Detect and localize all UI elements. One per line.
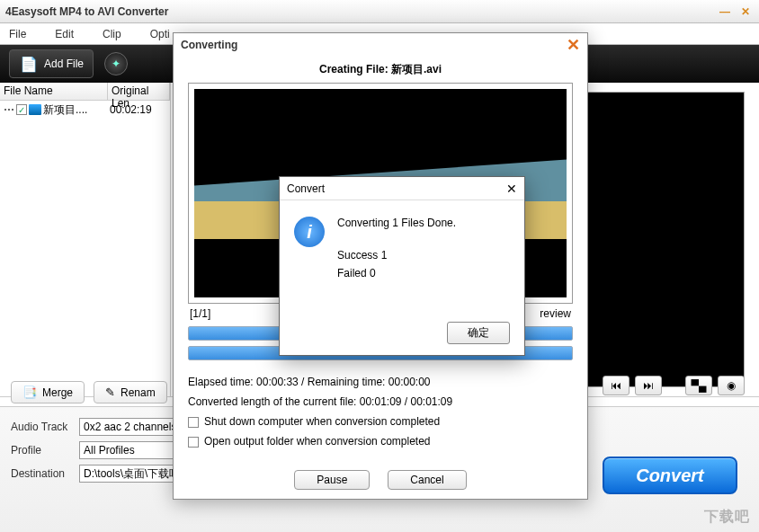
file-icon: [29, 104, 41, 115]
audio-track-label: Audio Track: [11, 421, 74, 433]
add-file-button[interactable]: 📄 Add File: [9, 49, 94, 78]
row-filename: 新项目....: [43, 102, 108, 118]
pause-button[interactable]: Pause: [294, 470, 370, 490]
file-list-header: File Name Original Len: [0, 83, 170, 101]
menu-file[interactable]: File: [9, 28, 26, 40]
window-title: 4Easysoft MP4 to AVI Converter: [5, 5, 168, 18]
merge-button[interactable]: 📑 Merge: [11, 381, 85, 403]
alert-close-icon[interactable]: ✕: [506, 182, 517, 196]
menu-edit[interactable]: Edit: [55, 28, 74, 40]
shutdown-checkbox[interactable]: [188, 417, 199, 428]
alert-line-failed: Failed 0: [337, 267, 456, 279]
prev-button[interactable]: ⏮: [603, 376, 630, 395]
info-icon: i: [294, 217, 325, 247]
close-icon[interactable]: ✕: [741, 5, 750, 18]
rename-icon: ✎: [105, 386, 115, 399]
alert-line-done: Converting 1 Files Done.: [337, 217, 456, 229]
converting-title: Converting: [181, 39, 237, 51]
merge-icon: 📑: [22, 386, 37, 399]
converting-close-icon[interactable]: ✕: [567, 35, 580, 55]
minimize-icon[interactable]: —: [719, 5, 730, 18]
preview-label: review: [540, 307, 571, 320]
col-length[interactable]: Original Len: [108, 83, 170, 100]
converted-length-text: Converted length of the current file: 00…: [188, 392, 573, 412]
creating-label: Creating File:: [319, 63, 388, 75]
snapshot-button-2[interactable]: ◉: [718, 376, 745, 395]
media-controls: ⏮ ⏭ ▀▄ ◉: [603, 376, 745, 395]
alert-line-success: Success 1: [337, 249, 456, 262]
snapshot-button-1[interactable]: ▀▄: [685, 376, 712, 395]
profile-label: Profile: [11, 444, 74, 457]
alert-title: Convert: [287, 182, 325, 195]
next-button[interactable]: ⏭: [635, 376, 662, 395]
shutdown-checkbox-row[interactable]: Shut down computer when conversion compl…: [188, 412, 573, 431]
open-folder-checkbox-row[interactable]: Open output folder when conversion compl…: [188, 431, 573, 451]
file-list-row[interactable]: ⋯ ✓ 新项目.... 00:02:19: [0, 101, 170, 119]
row-checkbox[interactable]: ✓: [16, 104, 27, 115]
alert-ok-button[interactable]: 确定: [447, 322, 510, 344]
col-filename[interactable]: File Name: [0, 83, 108, 100]
rename-button[interactable]: ✎ Renam: [94, 381, 167, 403]
elapsed-time-text: Elapsed time: 00:00:33 / Remaining time:…: [188, 372, 573, 392]
file-counter: [1/1]: [190, 307, 210, 320]
add-file-icon: 📄: [19, 54, 39, 74]
convert-done-alert: Convert ✕ i Converting 1 Files Done. Suc…: [279, 176, 525, 356]
file-list-panel: File Name Original Len ⋯ ✓ 新项目.... 00:02…: [0, 83, 171, 396]
cancel-button[interactable]: Cancel: [388, 470, 466, 490]
convert-button[interactable]: Convert: [603, 457, 737, 494]
add-file-label: Add File: [44, 58, 84, 70]
tool-icon-1[interactable]: ✦: [104, 52, 128, 75]
row-length: 00:02:19: [110, 103, 152, 116]
window-titlebar: 4Easysoft MP4 to AVI Converter — ✕: [0, 0, 759, 23]
destination-label: Destination: [11, 467, 74, 480]
menu-options[interactable]: Opti: [150, 28, 170, 40]
open-folder-checkbox[interactable]: [188, 437, 199, 448]
creating-filename: 新项目.avi: [391, 63, 442, 75]
menu-clip[interactable]: Clip: [103, 28, 121, 40]
